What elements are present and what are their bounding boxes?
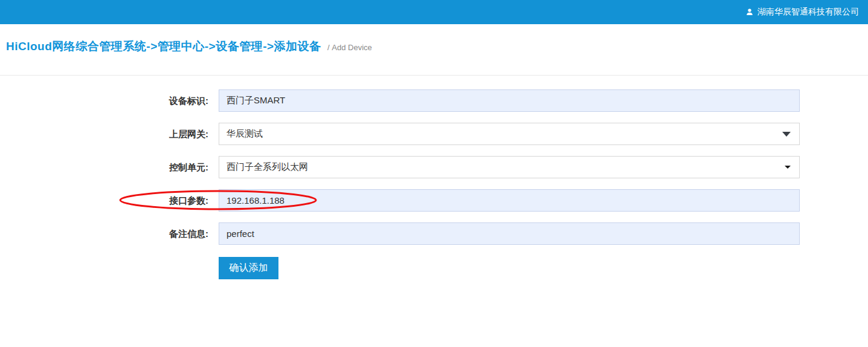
- control-unit-label: 控制单元:: [0, 156, 219, 178]
- interface-params-input[interactable]: [219, 189, 800, 212]
- company-name: 湖南华辰智通科技有限公司: [757, 7, 859, 18]
- form-row-control-unit: 控制单元: 西门子全系列以太网: [0, 156, 868, 178]
- submit-row: 确认添加: [219, 257, 868, 279]
- form-row-device-id: 设备标识:: [0, 89, 868, 112]
- breadcrumb: HiCloud网络综合管理系统->管理中心->设备管理->添加设备 / Add …: [0, 24, 868, 76]
- control-unit-selected-value: 西门子全系列以太网: [227, 161, 308, 173]
- device-id-label: 设备标识:: [0, 89, 219, 112]
- confirm-add-button[interactable]: 确认添加: [219, 257, 278, 279]
- upper-gateway-select[interactable]: 华辰测试: [219, 123, 800, 145]
- company-account[interactable]: 湖南华辰智通科技有限公司: [745, 7, 859, 18]
- breadcrumb-subtitle: / Add Device: [327, 43, 372, 52]
- user-icon: [745, 8, 754, 16]
- upper-gateway-selected-value: 华辰测试: [227, 128, 263, 140]
- form-row-upper-gateway: 上层网关: 华辰测试: [0, 123, 868, 145]
- top-header-bar: 湖南华辰智通科技有限公司: [0, 0, 868, 24]
- form-row-remarks: 备注信息:: [0, 222, 868, 245]
- remarks-label: 备注信息:: [0, 222, 219, 245]
- chevron-down-icon: [782, 132, 791, 137]
- device-id-input[interactable]: [219, 89, 800, 112]
- breadcrumb-path[interactable]: HiCloud网络综合管理系统->管理中心->设备管理->添加设备: [6, 40, 321, 53]
- upper-gateway-label: 上层网关:: [0, 123, 219, 145]
- chevron-down-icon: [785, 166, 791, 169]
- remarks-input[interactable]: [219, 222, 800, 245]
- interface-params-label: 接口参数:: [0, 189, 219, 212]
- control-unit-select[interactable]: 西门子全系列以太网: [219, 156, 800, 178]
- add-device-form: 设备标识: 上层网关: 华辰测试 控制单元: 西门子全系列以太网 接口参数: 备…: [0, 89, 868, 279]
- form-row-interface-params: 接口参数:: [0, 189, 868, 212]
